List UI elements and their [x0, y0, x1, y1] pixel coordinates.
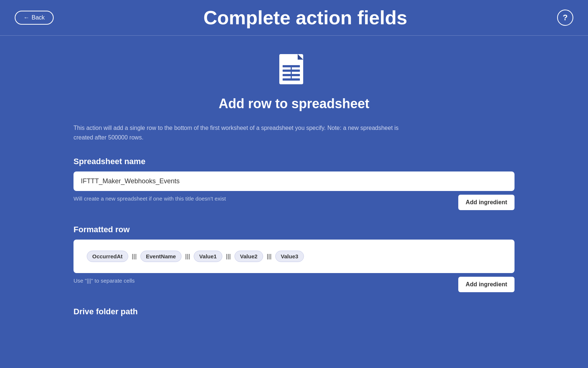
spreadsheet-name-hint: Will create a new spreadsheet if one wit…: [74, 195, 452, 202]
main-content: Add row to spreadsheet This action will …: [0, 36, 588, 346]
formatted-row-add-ingredient-button[interactable]: Add ingredient: [458, 277, 514, 292]
formatted-row-container[interactable]: OccurredAt ||| EventName ||| Value1 ||| …: [74, 240, 514, 273]
spreadsheet-name-row: Will create a new spreadsheet if one wit…: [74, 195, 514, 210]
spreadsheet-name-add-ingredient-button[interactable]: Add ingredient: [458, 195, 514, 210]
token-occurred-at[interactable]: OccurredAt: [87, 251, 128, 262]
spreadsheet-name-section: Spreadsheet name Will create a new sprea…: [74, 157, 514, 210]
header: ← Back Complete action fields ?: [0, 0, 588, 36]
token-value3[interactable]: Value3: [275, 251, 304, 262]
action-description: This action will add a single row to the…: [74, 123, 412, 142]
formatted-row-row: Use "|||" to separate cells Add ingredie…: [74, 277, 514, 292]
token-value1[interactable]: Value1: [194, 251, 222, 262]
formatted-row-section: Formatted row OccurredAt ||| EventName |…: [74, 225, 514, 292]
separator-1: |||: [132, 253, 137, 260]
separator-2: |||: [185, 253, 190, 260]
separator-4: |||: [267, 253, 272, 260]
spreadsheet-name-container: [74, 171, 514, 191]
drive-folder-label: Drive folder path: [74, 307, 514, 316]
back-label: Back: [32, 14, 45, 21]
svg-rect-5: [291, 65, 292, 81]
token-event-name[interactable]: EventName: [140, 251, 182, 262]
help-button[interactable]: ?: [557, 10, 573, 26]
help-icon: ?: [563, 13, 567, 22]
back-chevron-icon: ←: [24, 14, 29, 21]
action-title: Add row to spreadsheet: [74, 96, 514, 112]
formatted-row-hint: Use "|||" to separate cells: [74, 277, 452, 284]
token-value2[interactable]: Value2: [234, 251, 263, 262]
formatted-row-label: Formatted row: [74, 225, 514, 234]
back-button[interactable]: ← Back: [15, 11, 54, 25]
tokens-area: OccurredAt ||| EventName ||| Value1 ||| …: [81, 245, 507, 267]
separator-3: |||: [226, 253, 231, 260]
spreadsheet-icon: [277, 50, 311, 87]
page-title: Complete action fields: [54, 7, 557, 29]
spreadsheet-name-label: Spreadsheet name: [74, 157, 514, 166]
drive-folder-section: Drive folder path: [74, 307, 514, 316]
spreadsheet-name-input[interactable]: [81, 177, 507, 185]
icon-area: [74, 50, 514, 87]
